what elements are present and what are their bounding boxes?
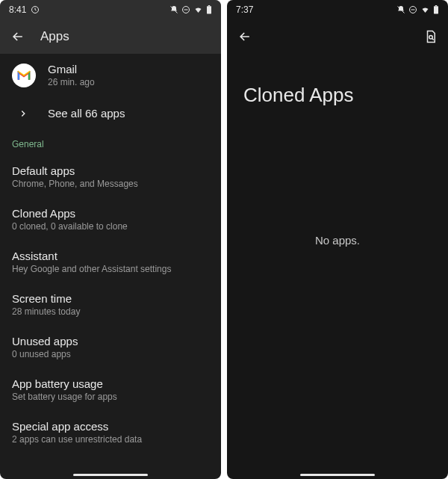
app-subtitle: 26 min. ago: [48, 77, 95, 87]
battery-icon: [206, 5, 212, 14]
back-icon[interactable]: [237, 29, 252, 44]
dnd-icon: [181, 5, 190, 14]
header-bar: Apps: [0, 19, 221, 54]
section-general: General: [0, 130, 221, 155]
setting-default-apps[interactable]: Default apps Chrome, Phone, and Messages: [0, 155, 221, 198]
battery-icon: [433, 5, 439, 14]
setting-special-access[interactable]: Special app access 2 apps can use unrest…: [0, 411, 221, 454]
dnd-icon: [408, 5, 417, 14]
notification-mute-icon: [396, 5, 405, 14]
sync-icon: [31, 5, 40, 14]
app-name: Gmail: [48, 63, 95, 75]
status-time: 7:37: [236, 4, 253, 15]
chevron-right-icon: [18, 108, 28, 119]
setting-unused-apps[interactable]: Unused apps 0 unused apps: [0, 326, 221, 368]
svg-rect-9: [434, 6, 438, 13]
setting-cloned-apps[interactable]: Cloned Apps 0 cloned, 0 available to clo…: [0, 198, 221, 241]
svg-rect-10: [435, 5, 437, 6]
wifi-icon: [193, 5, 203, 14]
back-icon[interactable]: [10, 29, 25, 44]
status-time: 8:41: [9, 4, 26, 15]
setting-screen-time[interactable]: Screen time 28 minutes today: [0, 283, 221, 326]
svg-line-12: [432, 38, 434, 40]
empty-state-text: No apps.: [315, 233, 360, 246]
content-area: Gmail 26 min. ago See all 66 apps Genera…: [0, 54, 221, 479]
status-bar: 7:37: [227, 0, 448, 19]
see-all-label: See all 66 apps: [48, 107, 125, 120]
setting-app-battery[interactable]: App battery usage Set battery usage for …: [0, 368, 221, 411]
recent-app-item[interactable]: Gmail 26 min. ago: [0, 54, 221, 96]
setting-assistant[interactable]: Assistant Hey Google and other Assistant…: [0, 241, 221, 283]
see-all-apps[interactable]: See all 66 apps: [0, 96, 221, 130]
status-bar: 8:41: [0, 0, 221, 19]
apps-settings-screen: 8:41 Apps: [0, 0, 221, 479]
nav-handle[interactable]: [300, 474, 375, 476]
svg-rect-5: [208, 5, 210, 6]
gmail-icon: [12, 64, 36, 87]
page-title: Apps: [40, 29, 69, 44]
svg-rect-4: [207, 6, 211, 13]
header-bar: [227, 19, 448, 54]
notification-mute-icon: [169, 5, 178, 14]
wifi-icon: [420, 5, 430, 14]
nav-handle[interactable]: [73, 474, 148, 476]
page-title: Cloned Apps: [227, 54, 448, 122]
find-in-page-icon[interactable]: [424, 30, 438, 43]
cloned-apps-screen: 7:37 Cloned Apps No apps.: [227, 0, 448, 479]
